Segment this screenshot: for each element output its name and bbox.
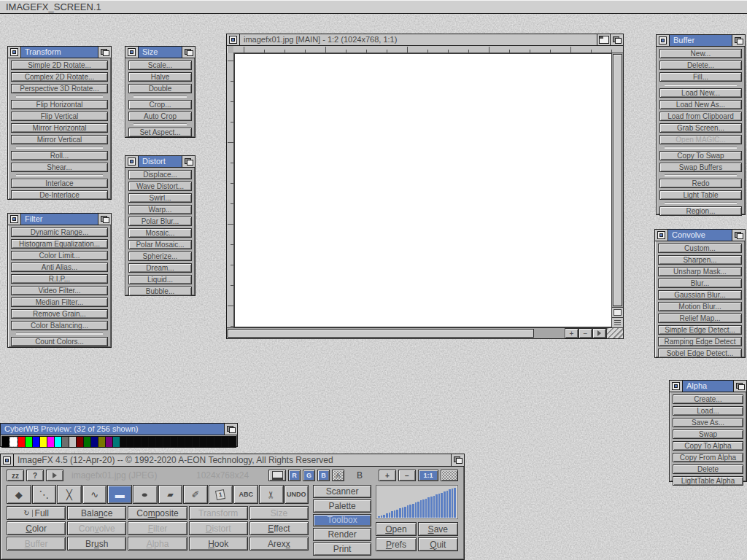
alpha-button-swap[interactable]: Swap [673,429,743,439]
palette-swatch[interactable] [69,437,76,447]
buffer-button-light-table[interactable]: Light Table [659,190,742,200]
filter-button-dynamic-range[interactable]: Dynamic Range... [11,228,108,237]
distort-button-mosaic[interactable]: Mosaic... [128,228,192,238]
filter-button-anti-alias[interactable]: Anti Alias... [11,262,108,272]
page-gadget[interactable] [612,307,623,317]
palette-swatch[interactable] [120,437,127,447]
depth-window-icon[interactable] [98,47,111,58]
filter-button-count-colors[interactable]: Count Colors... [11,337,108,346]
crop-tool[interactable]: ✂ [259,485,284,504]
box-tool[interactable]: ▬ [107,485,132,504]
zoom-out-button[interactable]: − [398,470,416,481]
category-button-brush[interactable]: Brush [67,537,126,551]
palette-swatch[interactable] [185,437,192,447]
category-button-hook[interactable]: Hook [189,537,248,551]
convolve-button-custom[interactable]: Custom... [658,244,742,253]
palette-swatch[interactable] [163,437,170,447]
size-button-auto-crop[interactable]: Auto Crop [128,112,192,121]
palette-swatch[interactable] [229,437,236,447]
transform-button-flip-vertical[interactable]: Flip Vertical [11,112,108,121]
category-button-balance[interactable]: Balance [67,506,126,520]
resize-handle[interactable] [606,328,623,338]
alpha-button-delete[interactable]: Delete [673,464,743,474]
mode-button-print[interactable]: Print [313,542,371,556]
palette-swatch[interactable] [222,437,228,447]
depth-window-icon[interactable] [733,381,746,392]
palette-swatch[interactable] [142,437,148,447]
category-button-alpha[interactable]: Alpha [128,537,187,551]
palette-swatch[interactable] [149,437,155,447]
depth-window-icon[interactable] [732,230,745,241]
category-button-convolve[interactable]: Convolve [67,521,126,535]
palette-swatch[interactable] [62,437,69,447]
palette-swatch[interactable] [9,437,18,447]
distort-button-polar-blur[interactable]: Polar Blur... [128,217,192,226]
distort-button-bubble[interactable]: Bubble... [128,287,192,296]
palette-swatch[interactable] [2,437,9,447]
alpha-button-lighttable-alpha[interactable]: LightTable Alpha [673,476,743,486]
channel-red-button[interactable]: R [288,470,301,481]
transform-button-flip-horizontal[interactable]: Flip Horizontal [11,100,108,109]
dither-pattern-button[interactable] [441,470,458,481]
zoom-window-icon[interactable] [597,34,610,45]
buffer-button-delete[interactable]: Delete... [659,61,742,70]
palette-swatch[interactable] [193,437,199,447]
undo-button[interactable]: UNDO [285,485,309,504]
buffer-button-load-from-clipboard[interactable]: Load from Clipboard [659,112,742,121]
main-window-titlebar[interactable]: imagefx01.jpg [MAIN] - 1:2 (1024x768, 1:… [227,34,623,46]
palette-swatch[interactable] [55,437,61,447]
point-tool[interactable]: ◆ [7,485,31,504]
convolve-button-blur[interactable]: Blur... [658,279,742,288]
play-macro-button[interactable] [46,470,63,481]
screen-titlebar[interactable]: IMAGEFX_SCREEN.1 [0,0,747,14]
category-button-size[interactable]: Size [249,506,309,520]
close-window-icon[interactable] [670,381,683,392]
airbrush-tool[interactable]: ⋱ [32,485,57,504]
convolve-button-simple-edge-detect[interactable]: Simple Edge Detect... [658,325,742,335]
zoom-in-button[interactable]: + [565,328,578,338]
convolve-button-motion-blur[interactable]: Motion Blur... [658,302,742,311]
close-window-icon[interactable] [655,230,668,241]
palette-swatch[interactable] [33,437,39,447]
palette-swatch[interactable] [91,437,98,447]
vertical-scrollbar[interactable] [611,53,623,327]
save-button[interactable]: Save [418,522,458,536]
transform-button-perspective-3d-rotate[interactable]: Perspective 3D Rotate... [11,84,108,93]
filter-button-histogram-equalization[interactable]: Histogram Equalization... [11,239,108,249]
distort-button-displace[interactable]: Displace... [128,170,192,179]
palette-swatch[interactable] [98,437,105,447]
depth-window-icon[interactable] [182,156,195,167]
palette-swatch[interactable] [77,437,83,447]
palette-swatch[interactable] [26,437,32,447]
category-button-color[interactable]: Color [7,521,66,535]
palette-swatch[interactable] [113,437,120,447]
category-button-full[interactable]: ↻Full [7,506,66,520]
distort-button-warp[interactable]: Warp... [128,205,192,214]
quit-button[interactable]: Quit [418,537,458,551]
distort-button-liquid[interactable]: Liquid... [128,275,192,284]
filter-button-video-filter[interactable]: Video Filter... [11,286,108,295]
distort-button-swirl[interactable]: Swirl... [128,193,192,203]
depth-window-icon[interactable] [451,454,464,466]
mode-button-toolbox[interactable]: Toolbox [313,514,371,527]
convolve-button-unsharp-mask[interactable]: Unsharp Mask... [658,267,742,276]
buffer-titlebar[interactable]: Buffer [657,35,745,47]
zoom-out-button[interactable]: − [578,328,592,338]
palette-swatch[interactable] [18,437,25,447]
category-button-composite[interactable]: Composite [128,506,187,520]
transform-button-complex-2d-rotate[interactable]: Complex 2D Rotate... [11,72,108,82]
palette-swatch[interactable] [178,437,185,447]
category-button-arexx[interactable]: Arexx [249,537,309,551]
size-button-scale[interactable]: Scale... [128,61,192,70]
fill-tool[interactable]: 1 [209,485,233,504]
help-button[interactable]: ? [26,470,44,481]
buffer-button-redo[interactable]: Redo [659,179,742,188]
palette-swatch[interactable] [214,437,221,447]
convolve-button-sobel-edge-detect[interactable]: Sobel Edge Detect... [658,349,742,358]
convolve-button-sharpen[interactable]: Sharpen... [658,255,742,265]
open-button[interactable]: Open [376,522,416,536]
line-tool[interactable]: ╳ [57,485,82,504]
filter-button-r-i-p[interactable]: R.I.P... [11,274,108,284]
palette-swatch[interactable] [127,437,133,447]
transform-titlebar[interactable]: Transform [8,47,111,58]
